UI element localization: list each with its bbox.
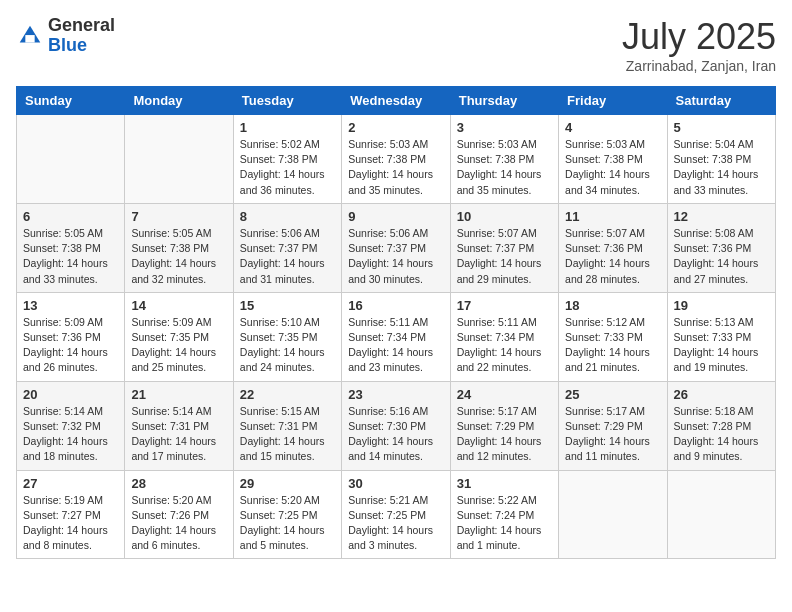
calendar-cell: 1Sunrise: 5:02 AM Sunset: 7:38 PM Daylig… (233, 115, 341, 204)
day-number: 17 (457, 298, 552, 313)
day-info: Sunrise: 5:16 AM Sunset: 7:30 PM Dayligh… (348, 404, 443, 465)
day-info: Sunrise: 5:11 AM Sunset: 7:34 PM Dayligh… (348, 315, 443, 376)
calendar-cell: 26Sunrise: 5:18 AM Sunset: 7:28 PM Dayli… (667, 381, 775, 470)
svg-rect-1 (25, 35, 34, 42)
day-number: 27 (23, 476, 118, 491)
calendar-cell: 15Sunrise: 5:10 AM Sunset: 7:35 PM Dayli… (233, 292, 341, 381)
calendar-cell: 29Sunrise: 5:20 AM Sunset: 7:25 PM Dayli… (233, 470, 341, 559)
logo-icon (16, 22, 44, 50)
day-number: 13 (23, 298, 118, 313)
calendar-cell (667, 470, 775, 559)
day-info: Sunrise: 5:20 AM Sunset: 7:25 PM Dayligh… (240, 493, 335, 554)
week-row-3: 13Sunrise: 5:09 AM Sunset: 7:36 PM Dayli… (17, 292, 776, 381)
calendar-cell: 5Sunrise: 5:04 AM Sunset: 7:38 PM Daylig… (667, 115, 775, 204)
day-number: 20 (23, 387, 118, 402)
day-info: Sunrise: 5:07 AM Sunset: 7:36 PM Dayligh… (565, 226, 660, 287)
day-info: Sunrise: 5:06 AM Sunset: 7:37 PM Dayligh… (240, 226, 335, 287)
weekday-header-tuesday: Tuesday (233, 87, 341, 115)
week-row-5: 27Sunrise: 5:19 AM Sunset: 7:27 PM Dayli… (17, 470, 776, 559)
day-info: Sunrise: 5:20 AM Sunset: 7:26 PM Dayligh… (131, 493, 226, 554)
day-info: Sunrise: 5:10 AM Sunset: 7:35 PM Dayligh… (240, 315, 335, 376)
day-info: Sunrise: 5:15 AM Sunset: 7:31 PM Dayligh… (240, 404, 335, 465)
calendar-cell: 27Sunrise: 5:19 AM Sunset: 7:27 PM Dayli… (17, 470, 125, 559)
day-info: Sunrise: 5:05 AM Sunset: 7:38 PM Dayligh… (23, 226, 118, 287)
calendar-cell: 4Sunrise: 5:03 AM Sunset: 7:38 PM Daylig… (559, 115, 667, 204)
logo-general-text: General (48, 16, 115, 36)
calendar-cell: 18Sunrise: 5:12 AM Sunset: 7:33 PM Dayli… (559, 292, 667, 381)
weekday-header-row: SundayMondayTuesdayWednesdayThursdayFrid… (17, 87, 776, 115)
day-number: 12 (674, 209, 769, 224)
day-number: 15 (240, 298, 335, 313)
day-number: 22 (240, 387, 335, 402)
logo: General Blue (16, 16, 115, 56)
day-number: 25 (565, 387, 660, 402)
weekday-header-saturday: Saturday (667, 87, 775, 115)
day-number: 26 (674, 387, 769, 402)
calendar-cell: 12Sunrise: 5:08 AM Sunset: 7:36 PM Dayli… (667, 203, 775, 292)
week-row-4: 20Sunrise: 5:14 AM Sunset: 7:32 PM Dayli… (17, 381, 776, 470)
calendar-cell: 7Sunrise: 5:05 AM Sunset: 7:38 PM Daylig… (125, 203, 233, 292)
day-info: Sunrise: 5:14 AM Sunset: 7:31 PM Dayligh… (131, 404, 226, 465)
day-info: Sunrise: 5:17 AM Sunset: 7:29 PM Dayligh… (457, 404, 552, 465)
calendar-cell (17, 115, 125, 204)
calendar-cell: 19Sunrise: 5:13 AM Sunset: 7:33 PM Dayli… (667, 292, 775, 381)
weekday-header-friday: Friday (559, 87, 667, 115)
day-number: 24 (457, 387, 552, 402)
day-info: Sunrise: 5:14 AM Sunset: 7:32 PM Dayligh… (23, 404, 118, 465)
day-info: Sunrise: 5:11 AM Sunset: 7:34 PM Dayligh… (457, 315, 552, 376)
day-info: Sunrise: 5:09 AM Sunset: 7:36 PM Dayligh… (23, 315, 118, 376)
weekday-header-wednesday: Wednesday (342, 87, 450, 115)
day-number: 23 (348, 387, 443, 402)
calendar-cell: 22Sunrise: 5:15 AM Sunset: 7:31 PM Dayli… (233, 381, 341, 470)
calendar-cell: 28Sunrise: 5:20 AM Sunset: 7:26 PM Dayli… (125, 470, 233, 559)
day-number: 9 (348, 209, 443, 224)
calendar-cell: 6Sunrise: 5:05 AM Sunset: 7:38 PM Daylig… (17, 203, 125, 292)
calendar-cell: 30Sunrise: 5:21 AM Sunset: 7:25 PM Dayli… (342, 470, 450, 559)
day-info: Sunrise: 5:07 AM Sunset: 7:37 PM Dayligh… (457, 226, 552, 287)
day-info: Sunrise: 5:17 AM Sunset: 7:29 PM Dayligh… (565, 404, 660, 465)
calendar-cell: 16Sunrise: 5:11 AM Sunset: 7:34 PM Dayli… (342, 292, 450, 381)
day-number: 4 (565, 120, 660, 135)
day-info: Sunrise: 5:09 AM Sunset: 7:35 PM Dayligh… (131, 315, 226, 376)
day-number: 11 (565, 209, 660, 224)
calendar-cell: 20Sunrise: 5:14 AM Sunset: 7:32 PM Dayli… (17, 381, 125, 470)
calendar-cell: 13Sunrise: 5:09 AM Sunset: 7:36 PM Dayli… (17, 292, 125, 381)
weekday-header-monday: Monday (125, 87, 233, 115)
weekday-header-sunday: Sunday (17, 87, 125, 115)
day-info: Sunrise: 5:02 AM Sunset: 7:38 PM Dayligh… (240, 137, 335, 198)
day-info: Sunrise: 5:12 AM Sunset: 7:33 PM Dayligh… (565, 315, 660, 376)
day-info: Sunrise: 5:06 AM Sunset: 7:37 PM Dayligh… (348, 226, 443, 287)
day-number: 8 (240, 209, 335, 224)
day-info: Sunrise: 5:03 AM Sunset: 7:38 PM Dayligh… (348, 137, 443, 198)
week-row-2: 6Sunrise: 5:05 AM Sunset: 7:38 PM Daylig… (17, 203, 776, 292)
day-number: 10 (457, 209, 552, 224)
calendar-cell: 31Sunrise: 5:22 AM Sunset: 7:24 PM Dayli… (450, 470, 558, 559)
day-number: 3 (457, 120, 552, 135)
day-number: 16 (348, 298, 443, 313)
day-info: Sunrise: 5:22 AM Sunset: 7:24 PM Dayligh… (457, 493, 552, 554)
weekday-header-thursday: Thursday (450, 87, 558, 115)
calendar-cell: 21Sunrise: 5:14 AM Sunset: 7:31 PM Dayli… (125, 381, 233, 470)
calendar-cell: 2Sunrise: 5:03 AM Sunset: 7:38 PM Daylig… (342, 115, 450, 204)
day-number: 18 (565, 298, 660, 313)
day-number: 31 (457, 476, 552, 491)
week-row-1: 1Sunrise: 5:02 AM Sunset: 7:38 PM Daylig… (17, 115, 776, 204)
calendar-cell: 8Sunrise: 5:06 AM Sunset: 7:37 PM Daylig… (233, 203, 341, 292)
day-number: 28 (131, 476, 226, 491)
day-number: 14 (131, 298, 226, 313)
calendar-cell: 3Sunrise: 5:03 AM Sunset: 7:38 PM Daylig… (450, 115, 558, 204)
location-text: Zarrinabad, Zanjan, Iran (622, 58, 776, 74)
calendar-cell (125, 115, 233, 204)
day-number: 5 (674, 120, 769, 135)
day-number: 19 (674, 298, 769, 313)
calendar-cell: 23Sunrise: 5:16 AM Sunset: 7:30 PM Dayli… (342, 381, 450, 470)
day-number: 1 (240, 120, 335, 135)
day-info: Sunrise: 5:03 AM Sunset: 7:38 PM Dayligh… (565, 137, 660, 198)
logo-text: General Blue (48, 16, 115, 56)
calendar-cell: 9Sunrise: 5:06 AM Sunset: 7:37 PM Daylig… (342, 203, 450, 292)
day-info: Sunrise: 5:05 AM Sunset: 7:38 PM Dayligh… (131, 226, 226, 287)
calendar-cell (559, 470, 667, 559)
calendar-cell: 11Sunrise: 5:07 AM Sunset: 7:36 PM Dayli… (559, 203, 667, 292)
day-number: 21 (131, 387, 226, 402)
logo-blue-text: Blue (48, 36, 115, 56)
